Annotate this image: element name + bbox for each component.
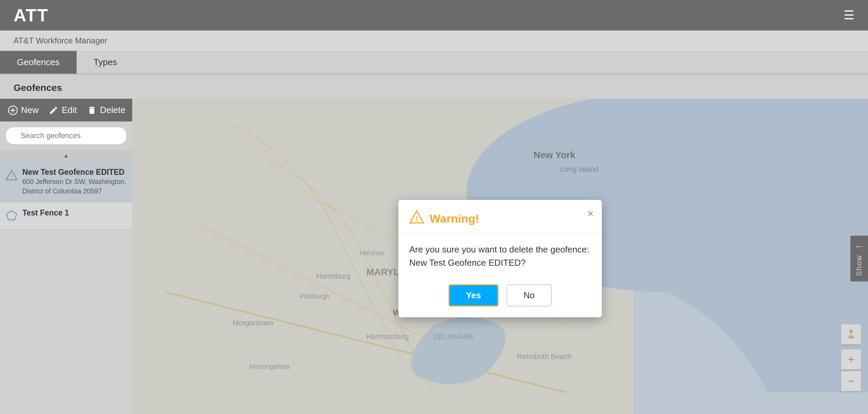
menu-icon[interactable]: ☰ — [844, 8, 854, 22]
pentagon-icon — [5, 210, 18, 223]
tab-geofences[interactable]: Geofences — [0, 51, 77, 74]
geofence-info: Test Fence 1 — [22, 208, 69, 218]
dialog-message: Are you sure you want to delete the geof… — [409, 244, 589, 268]
geofence-list: ! New Test Geofence EDITED 600 Jefferson… — [0, 162, 132, 414]
warning-icon: ! — [409, 209, 424, 228]
geofence-address: 600 Jefferson Dr SW, Washington, Distric… — [22, 177, 127, 196]
geofence-name: New Test Geofence EDITED — [22, 168, 127, 177]
dialog-header: ! Warning! × — [398, 200, 602, 233]
toolbar: New Edit Delete — [0, 99, 132, 121]
list-item[interactable]: Test Fence 1 — [0, 202, 132, 230]
dialog-yes-button[interactable]: Yes — [449, 284, 498, 306]
scroll-up-indicator[interactable]: ▲ — [0, 150, 132, 162]
main-content: Geofences New Edit — [0, 74, 868, 414]
dialog-body: Are you sure you want to delete the geof… — [398, 233, 602, 279]
dialog-title: Warning! — [430, 212, 479, 225]
svg-marker-5 — [6, 211, 17, 220]
svg-text:!: ! — [415, 214, 418, 223]
edit-button[interactable]: Edit — [49, 105, 77, 115]
map-area: MARYLAND NEW JERSEY Morgantown Pittsburg… — [132, 99, 868, 414]
tab-types[interactable]: Types — [77, 51, 134, 74]
triangle-icon: ! — [5, 169, 18, 183]
dialog-footer: Yes No — [398, 279, 602, 317]
delete-button[interactable]: Delete — [87, 105, 125, 115]
search-input[interactable] — [5, 127, 127, 145]
geofence-info: New Test Geofence EDITED 600 Jefferson D… — [22, 168, 127, 196]
geofence-name: Test Fence 1 — [22, 208, 69, 218]
search-wrapper: 🔍 — [5, 127, 127, 145]
warning-dialog: ! Warning! × Are you sure you want to de… — [398, 200, 602, 317]
tabs-bar: Geofences Types — [0, 51, 868, 74]
search-container: 🔍 — [0, 121, 132, 150]
edit-icon — [49, 106, 58, 115]
breadcrumb: AT&T Workforce Manager — [0, 31, 868, 51]
plus-circle-icon — [8, 106, 18, 115]
new-button[interactable]: New — [8, 105, 39, 115]
app-title: ATT — [14, 5, 48, 25]
section-title: Geofences — [0, 74, 868, 99]
content-area: New Edit Delete 🔍 — [0, 99, 868, 414]
svg-text:!: ! — [11, 173, 12, 179]
delete-icon — [87, 106, 97, 115]
left-panel: New Edit Delete 🔍 — [0, 99, 132, 414]
header: ATT ☰ — [0, 0, 868, 31]
dialog-no-button[interactable]: No — [507, 284, 552, 306]
dialog-close-button[interactable]: × — [587, 208, 594, 219]
list-item[interactable]: ! New Test Geofence EDITED 600 Jefferson… — [0, 162, 132, 202]
